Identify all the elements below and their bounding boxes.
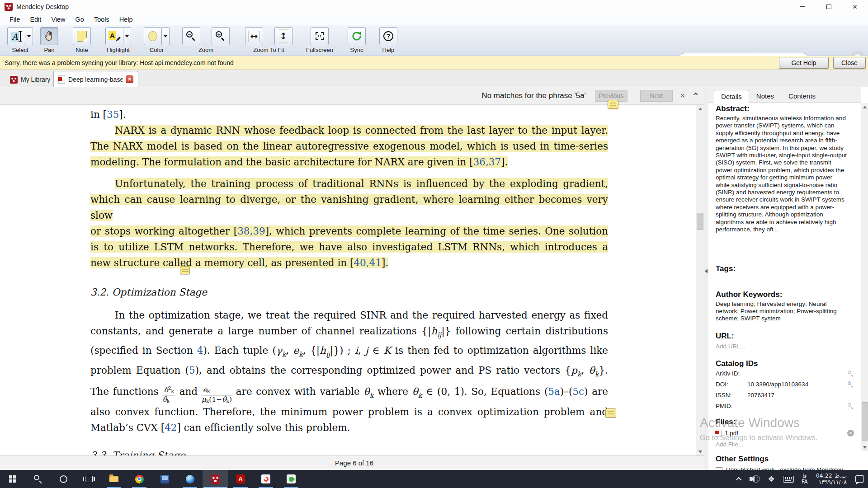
lookup-icon[interactable]	[847, 403, 854, 409]
mendeley-taskbar-button[interactable]	[203, 470, 228, 488]
start-button[interactable]	[0, 470, 25, 488]
tab-close-icon[interactable]: ✕	[126, 75, 133, 83]
taskbar-search-button[interactable]	[25, 470, 51, 488]
unpublished-row: Unpublished work - exclude from Mendeley…	[716, 466, 854, 470]
volume-button[interactable]	[745, 470, 764, 488]
add-url-link[interactable]: Add URL...	[716, 343, 854, 350]
color-button[interactable]	[144, 27, 162, 45]
color-dropdown[interactable]	[162, 27, 170, 45]
menu-help[interactable]: Help	[114, 16, 138, 23]
panel-scroll-up-icon[interactable]	[861, 103, 868, 111]
zoom-out-button[interactable]: −	[182, 27, 200, 45]
store-button[interactable]	[152, 470, 177, 488]
highlight-button[interactable]: A	[105, 27, 123, 45]
catalog-label: PMID:	[716, 403, 747, 409]
note-button[interactable]	[73, 27, 91, 45]
panel-scroll-thumb[interactable]	[862, 402, 868, 441]
language-indicator[interactable]: فا FA	[798, 470, 811, 488]
scroll-down-icon[interactable]	[696, 448, 704, 455]
pan-button[interactable]	[40, 27, 58, 45]
zoom-in-button[interactable]: +	[212, 27, 230, 45]
panel-scroll-down-icon[interactable]	[861, 443, 868, 451]
document-line: The NARX model is based on the linear au…	[90, 138, 608, 154]
collapse-panel-icon[interactable]	[705, 269, 708, 273]
find-bar: No matches for the phrase '5a' Previous …	[0, 87, 704, 105]
abstract-label: Abstract:	[716, 104, 854, 113]
file-name[interactable]: 1.pdf	[725, 430, 738, 436]
menu-tools[interactable]: Tools	[89, 16, 114, 23]
annotation-note-icon[interactable]	[608, 100, 618, 109]
add-file-link[interactable]: Add File...	[716, 441, 854, 448]
pdf-scroll-thumb[interactable]	[697, 213, 703, 230]
tab-document[interactable]: Deep learning-based appr... ✕	[53, 71, 138, 87]
pdf-page[interactable]: in [35].NARX is a dynamic RNN whose feed…	[0, 105, 696, 455]
lookup-icon[interactable]	[847, 381, 854, 388]
highlight-icon: A	[108, 31, 120, 42]
panel-tab-contents[interactable]: Contents	[781, 89, 823, 103]
tray-overflow-button[interactable]	[733, 470, 745, 488]
pdf-file-icon	[716, 430, 722, 437]
scroll-up-icon[interactable]	[696, 105, 704, 113]
minimize-button[interactable]	[789, 0, 816, 13]
catalog-value[interactable]: 10.3390/app10103634	[747, 381, 847, 388]
abstract-text[interactable]: Recently, simultaneous wireless informat…	[716, 115, 848, 234]
close-warning-button[interactable]: Close	[833, 57, 866, 69]
browser-button[interactable]	[177, 470, 203, 488]
chrome-button[interactable]	[127, 470, 152, 488]
get-help-button[interactable]: Get Help	[779, 57, 829, 69]
author-keywords-text[interactable]: Deep learning; Harvested energy; Neural …	[716, 300, 848, 323]
remove-file-icon[interactable]: ✕	[847, 430, 854, 436]
fit-width-icon: ↔	[248, 32, 260, 41]
pdf-scrollbar[interactable]	[696, 105, 704, 455]
document-line: Matlab’s CVX [42] can efficiently solve …	[90, 420, 608, 436]
file-explorer-button[interactable]	[101, 470, 127, 488]
pdf-app-button[interactable]	[253, 470, 278, 488]
menu-bar: FileEditViewGoToolsHelp	[0, 13, 868, 25]
select-button[interactable]: A	[7, 27, 25, 45]
find-next-button[interactable]: Next	[640, 90, 673, 102]
panel-tab-details[interactable]: Details	[714, 90, 749, 103]
keyboard-icon	[783, 476, 794, 483]
find-close-icon[interactable]: ✕	[680, 92, 686, 100]
annotation-note-icon[interactable]	[605, 408, 616, 418]
document-line: Unfortunately, the training process of t…	[90, 176, 608, 192]
task-view-button[interactable]	[76, 470, 101, 488]
sync-button[interactable]	[348, 27, 366, 45]
green-app-button[interactable]	[278, 470, 304, 488]
cortana-button[interactable]	[51, 470, 76, 488]
touch-keyboard-button[interactable]	[779, 470, 798, 488]
fit-width-button[interactable]: ↔	[245, 27, 263, 45]
lookup-icon[interactable]	[847, 370, 854, 377]
menu-view[interactable]: View	[46, 16, 70, 23]
catalog-value[interactable]: 20763417	[747, 392, 854, 399]
clock[interactable]: 04:22 ب.ظ ۱۳۹۹/۱۱/۰۸	[811, 470, 851, 488]
sync-label: Sync	[350, 47, 363, 53]
document-line: modeling. The formulation and the basic …	[90, 154, 608, 170]
highlight-dropdown[interactable]	[123, 27, 131, 45]
select-dropdown[interactable]	[25, 27, 33, 45]
toolbar: A Select Pan Note A	[0, 25, 868, 56]
zoom-out-icon: −	[185, 30, 197, 42]
clock-time: 04:22	[816, 473, 832, 479]
fit-height-button[interactable]: ↕	[274, 27, 292, 45]
panel-tab-notes[interactable]: Notes	[749, 89, 781, 103]
panel-divider[interactable]	[704, 87, 708, 470]
find-collapse-icon[interactable]: ^	[693, 92, 698, 100]
acrobat-button[interactable]: A	[228, 470, 253, 488]
panel-scrollbar[interactable]	[861, 103, 868, 451]
file-row[interactable]: 1.pdf ✕	[716, 428, 854, 438]
annotation-note-icon[interactable]	[180, 266, 190, 274]
panel-tabs: DetailsNotesContents	[708, 87, 861, 103]
menu-edit[interactable]: Edit	[25, 16, 46, 23]
menu-go[interactable]: Go	[71, 16, 89, 23]
help-button[interactable]: ?	[379, 27, 397, 45]
maximize-button[interactable]	[816, 0, 842, 13]
action-center-button[interactable]	[851, 470, 868, 488]
language-code: FA	[802, 479, 808, 485]
fullscreen-button[interactable]	[311, 27, 329, 45]
menu-file[interactable]: File	[5, 16, 25, 23]
files-label: Files:	[716, 418, 854, 427]
tab-my-library[interactable]: My Library	[5, 72, 56, 87]
close-button[interactable]: ×	[842, 0, 868, 13]
dropbox-button[interactable]: ❖	[764, 470, 778, 488]
